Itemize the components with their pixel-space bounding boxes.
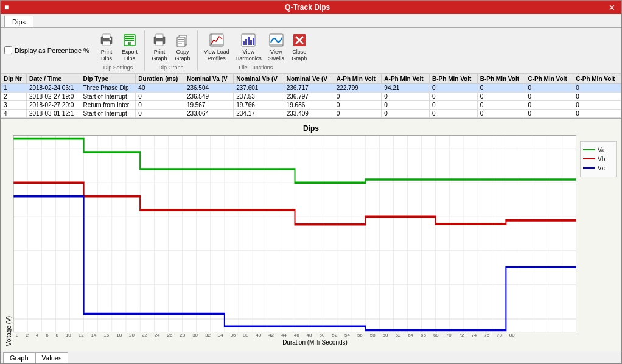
table-cell-2-4: 19.567 [184, 100, 233, 109]
legend-label-vc: Vc [598, 165, 605, 172]
table-cell-0-10: 0 [477, 83, 525, 92]
export-dips-button[interactable]: E ExportDips [119, 30, 141, 63]
table-cell-2-7: 0 [334, 100, 382, 109]
toolbar-group-dip-graph: PrintGraph CopyGraph Dip Gr [149, 30, 198, 71]
table-cell-1-9: 0 [430, 92, 478, 100]
title-bar: ■ Q-Track Dips ✕ [1, 1, 621, 14]
table-cell-3-7: 0 [334, 109, 382, 117]
table-row[interactable]: 12018-02-24 06:1Three Phase Dip40236.504… [1, 83, 621, 92]
bottom-tabs: Graph Values [1, 351, 621, 363]
col-aph-min: A-Ph Min Volt [334, 74, 382, 83]
table-cell-3-1: 2018-03-01 12:1 [26, 109, 80, 117]
close-graph-label: CloseGraph [292, 49, 307, 62]
file-functions-icons: View LoadProfiles ViewHarmonics [201, 30, 310, 63]
table-cell-1-4: 236.549 [184, 92, 233, 100]
print-graph-button[interactable]: PrintGraph [149, 30, 170, 63]
print-dips-button[interactable]: PrintDips [96, 30, 117, 63]
chart-container: Dips Voltage (V) [1, 119, 621, 351]
chart-inner: 235 230 225 220 215 210 [13, 135, 617, 346]
percentage-label: Display as Percentage % [15, 47, 89, 54]
file-functions-label: File Functions [239, 65, 273, 71]
col-duration: Duration (ms) [136, 74, 184, 83]
table-cell-3-4: 233.064 [184, 109, 233, 117]
table-cell-2-0: 3 [1, 100, 27, 109]
table-cell-1-3: 0 [136, 92, 184, 100]
table-cell-1-11: 0 [525, 92, 573, 100]
legend-label-vb: Vb [598, 156, 605, 163]
y-axis-label: Voltage (V) [5, 135, 12, 346]
svg-rect-2 [103, 41, 110, 46]
col-bph-min2: B-Ph Min Volt [477, 74, 525, 83]
dip-graph-label: Dip Graph [158, 65, 183, 71]
copy-graph-icon [174, 32, 191, 49]
table-cell-3-9: 0 [430, 109, 478, 117]
table-cell-1-1: 2018-02-27 19:0 [26, 92, 80, 100]
dip-settings-icons: PrintDips E ExportDips [96, 30, 141, 63]
x-axis-label: Duration (Milli-Seconds) [13, 339, 617, 346]
table-cell-2-2: Return from Inter [80, 100, 136, 109]
dip-graph-icons: PrintGraph CopyGraph [149, 30, 194, 63]
table-row[interactable]: 22018-02-27 19:0Start of Interrupt0236.5… [1, 92, 621, 100]
print-dips-icon [98, 32, 115, 49]
bottom-tab-graph[interactable]: Graph [3, 352, 35, 363]
dips-tab[interactable]: Dips [4, 16, 33, 27]
bottom-tab-values[interactable]: Values [35, 352, 69, 363]
window-title: Q-Track Dips [9, 3, 606, 12]
table-cell-3-5: 234.17 [234, 109, 284, 117]
view-swells-icon [268, 32, 285, 49]
x-axis-ticks: 0 2 4 6 8 10 12 14 16 18 20 22 24 26 [16, 332, 617, 338]
table-cell-2-3: 0 [136, 100, 184, 109]
data-table-area: Dip Nr Date / Time Dip Type Duration (ms… [1, 74, 621, 119]
table-cell-3-12: 0 [573, 109, 621, 117]
svg-rect-23 [243, 41, 245, 45]
close-window-button[interactable]: ✕ [606, 3, 618, 12]
col-dip-nr: Dip Nr [1, 74, 27, 83]
percentage-checkbox[interactable] [4, 46, 12, 54]
col-nominal-vb: Nominal Vb (V [234, 74, 284, 83]
table-cell-3-11: 0 [525, 109, 573, 117]
svg-point-5 [109, 38, 111, 40]
chart-with-legend: 235 230 225 220 215 210 [13, 135, 617, 332]
close-graph-button[interactable]: CloseGraph [288, 30, 310, 63]
table-row[interactable]: 32018-02-27 20:0Return from Inter019.567… [1, 100, 621, 109]
view-harmonics-button[interactable]: ViewHarmonics [233, 30, 264, 63]
col-cph-min2: C-Ph Min Volt [573, 74, 621, 83]
table-cell-3-10: 0 [477, 109, 525, 117]
view-swells-button[interactable]: ViewSwells [265, 30, 287, 63]
table-cell-2-6: 19.686 [284, 100, 334, 109]
percentage-checkbox-area: Display as Percentage % [4, 46, 89, 54]
copy-graph-button[interactable]: CopyGraph [172, 30, 194, 63]
table-cell-0-7: 222.799 [334, 83, 382, 92]
view-load-profiles-icon [208, 32, 225, 49]
svg-rect-1 [103, 34, 110, 38]
print-graph-icon [151, 32, 168, 49]
legend-line-va [583, 149, 595, 150]
table-cell-2-8: 0 [382, 100, 430, 109]
legend-item-vb: Vb [583, 156, 613, 163]
chart-svg-area: 235 230 225 220 215 210 [13, 135, 576, 332]
table-cell-3-3: 0 [136, 109, 184, 117]
table-cell-2-5: 19.766 [234, 100, 284, 109]
view-load-profiles-label: View LoadProfiles [204, 49, 229, 62]
svg-rect-4 [104, 44, 109, 44]
svg-rect-25 [248, 37, 250, 45]
export-dips-label: ExportDips [122, 49, 138, 62]
legend-item-vc: Vc [583, 165, 613, 172]
table-cell-1-2: Start of Interrupt [80, 92, 136, 100]
table-cell-0-6: 236.717 [284, 83, 334, 92]
svg-rect-17 [178, 41, 184, 42]
export-dips-icon: E [121, 32, 138, 49]
view-harmonics-label: ViewHarmonics [236, 49, 262, 62]
view-load-profiles-button[interactable]: View LoadProfiles [201, 30, 232, 63]
print-graph-label: PrintGraph [152, 49, 167, 62]
table-cell-2-11: 0 [525, 100, 573, 109]
legend-line-vc [583, 167, 595, 169]
print-dips-label: PrintDips [101, 49, 113, 62]
svg-rect-27 [253, 38, 254, 45]
svg-rect-13 [156, 41, 163, 46]
table-row[interactable]: 42018-03-01 12:1Start of Interrupt0233.0… [1, 109, 621, 117]
legend-label-va: Va [598, 147, 605, 153]
legend-item-va: Va [583, 147, 613, 153]
view-swells-label: ViewSwells [268, 49, 284, 62]
dips-table: Dip Nr Date / Time Dip Type Duration (ms… [1, 74, 621, 118]
